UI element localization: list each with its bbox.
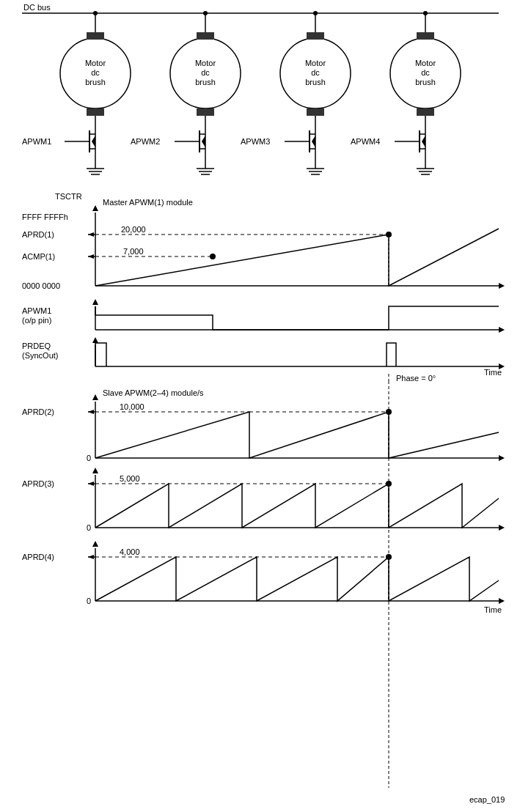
svg-marker-89 — [88, 232, 94, 237]
aprd4-value: 4,000 — [120, 547, 140, 556]
motor1-label3: brush — [85, 78, 106, 86]
zero-label: 0000 0000 — [22, 281, 60, 290]
svg-rect-25 — [307, 32, 324, 40]
svg-marker-62 — [312, 136, 315, 147]
svg-point-7 — [313, 11, 318, 15]
svg-marker-51 — [202, 136, 205, 147]
svg-text:brush: brush — [415, 78, 436, 86]
dc-bus-label: DC bus — [23, 3, 51, 12]
svg-marker-81 — [499, 283, 505, 289]
acmp1-label: ACMP(1) — [22, 252, 55, 261]
apwm2-label: APWM2 — [131, 137, 160, 146]
aprd1-value: 20,000 — [121, 225, 146, 234]
master-label: Master APWM(1) module — [103, 198, 193, 207]
svg-marker-124 — [499, 598, 505, 604]
apwm3-label: APWM3 — [241, 137, 270, 146]
aprd4-label: APRD(4) — [22, 553, 54, 561]
phase-label: Phase = 0° — [396, 374, 436, 383]
apwm1-label: APWM1 — [22, 137, 51, 146]
svg-text:dc: dc — [311, 68, 320, 77]
time-label2: Time — [484, 605, 502, 614]
aprd2-value: 10,000 — [120, 402, 144, 411]
svg-text:Motor: Motor — [305, 59, 326, 67]
syncout-label: (SyncOut) — [22, 351, 59, 360]
svg-point-5 — [93, 11, 98, 15]
svg-marker-104 — [499, 455, 505, 461]
aprd3-label: APRD(3) — [22, 479, 54, 488]
apwm1-pin-label: APWM1 — [22, 306, 51, 315]
footer-label: ecap_019 — [469, 795, 505, 804]
svg-rect-18 — [197, 32, 214, 40]
svg-rect-20 — [197, 108, 214, 116]
svg-rect-11 — [87, 32, 104, 40]
zero3-label: 0 — [87, 523, 91, 532]
svg-marker-131 — [88, 555, 94, 559]
aprd1-label: APRD(1) — [22, 230, 54, 239]
apwm1-pin-label2: (o/p pin) — [22, 316, 51, 325]
svg-text:dc: dc — [421, 68, 430, 77]
zero4-label: 0 — [87, 597, 91, 605]
svg-marker-111 — [88, 410, 94, 414]
svg-marker-121 — [88, 481, 94, 486]
aprd3-value: 5,000 — [120, 474, 140, 483]
svg-marker-125 — [92, 541, 98, 547]
svg-marker-115 — [92, 468, 98, 473]
svg-rect-27 — [307, 108, 324, 116]
prdeq-label: PRDEQ — [22, 342, 51, 350]
svg-rect-32 — [417, 32, 434, 40]
svg-text:brush: brush — [305, 78, 326, 86]
aprd2-label: APRD(2) — [22, 407, 54, 416]
zero2-label: 0 — [87, 454, 91, 462]
time-label1: Time — [484, 368, 502, 377]
svg-marker-94 — [499, 327, 505, 333]
svg-point-8 — [423, 11, 428, 15]
svg-marker-73 — [422, 136, 425, 147]
motor1-label2: dc — [91, 68, 100, 77]
svg-marker-95 — [92, 299, 98, 305]
svg-point-87 — [210, 254, 216, 259]
svg-marker-82 — [92, 205, 98, 211]
svg-marker-99 — [92, 337, 98, 343]
slave-label: Slave APWM(2–4) module/s — [103, 388, 204, 397]
tsctr-label: TSCTR — [55, 192, 82, 201]
apwm4-label: APWM4 — [351, 137, 380, 146]
svg-text:brush: brush — [195, 78, 216, 86]
ffff-label: FFFF FFFFh — [22, 213, 68, 221]
svg-marker-40 — [92, 136, 95, 147]
acmp1-value: 7,000 — [123, 247, 144, 256]
svg-marker-91 — [88, 254, 94, 259]
svg-text:Motor: Motor — [195, 59, 216, 67]
svg-rect-34 — [417, 108, 434, 116]
svg-text:Motor: Motor — [415, 59, 436, 67]
motor1-label: Motor — [85, 59, 106, 67]
svg-marker-114 — [499, 525, 505, 531]
svg-rect-13 — [87, 108, 104, 116]
svg-point-6 — [203, 11, 208, 15]
svg-text:dc: dc — [201, 68, 210, 77]
svg-marker-105 — [92, 394, 98, 400]
